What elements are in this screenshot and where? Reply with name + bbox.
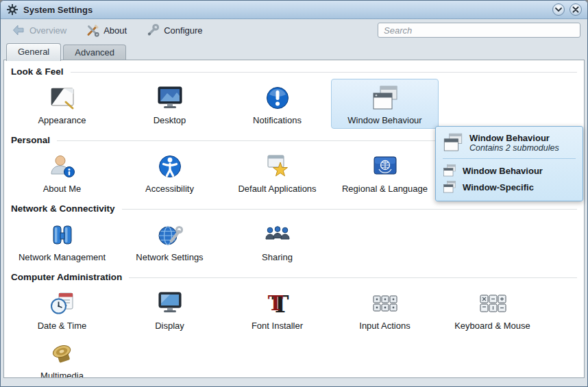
module-label: Desktop — [154, 115, 186, 125]
back-arrow-icon — [12, 23, 25, 37]
search-input[interactable] — [378, 23, 580, 38]
module-label: About Me — [43, 184, 82, 194]
tools-icon — [86, 23, 99, 37]
default-applications-icon — [264, 151, 291, 182]
about-label: About — [103, 25, 127, 36]
tooltip-subtitle: Contains 2 submodules — [469, 143, 559, 153]
appearance-icon — [49, 83, 76, 113]
accessibility-icon — [156, 151, 184, 182]
tooltip-title: Window Behaviour — [469, 133, 559, 143]
section-divider — [122, 209, 577, 210]
chevron-down-icon — [555, 7, 562, 12]
submodule-window-specific: Window-Specific — [443, 179, 576, 195]
module-label: Window Behaviour — [347, 115, 421, 125]
module-font-installer[interactable]: T T Font Installer — [223, 284, 331, 334]
wrench-icon — [146, 23, 160, 37]
tabbar: General Advanced — [1, 41, 587, 60]
window-behaviour-icon — [443, 132, 463, 153]
module-accessibility[interactable]: Accessibility — [116, 147, 223, 197]
submodule-label: Window-Specific — [463, 182, 534, 192]
module-appearance[interactable]: Appearance — [8, 79, 116, 129]
network-management-icon — [49, 220, 76, 250]
section-title: Personal — [11, 135, 50, 145]
module-notifications[interactable]: Notifications — [223, 79, 331, 129]
titlebar: System Settings — [1, 1, 587, 19]
module-label: Date & Time — [38, 321, 87, 331]
window-behaviour-icon — [443, 180, 456, 194]
window-title: System Settings — [23, 5, 93, 15]
close-icon — [572, 6, 579, 13]
module-date-time[interactable]: Date & Time — [8, 284, 116, 334]
configure-button[interactable]: Configure — [142, 21, 206, 39]
window-behaviour-icon — [443, 164, 456, 177]
module-network-settings[interactable]: Network Settings — [116, 216, 223, 266]
submodule-window-behaviour: Window Behaviour — [443, 162, 576, 179]
module-keyboard-mouse[interactable]: Keyboard & Mouse — [439, 284, 546, 334]
about-me-icon — [49, 151, 76, 182]
section-computer-administration: Computer Administration — [11, 272, 577, 282]
configure-label: Configure — [164, 25, 202, 36]
module-label: Sharing — [262, 252, 293, 262]
display-icon — [156, 288, 184, 319]
module-label: Appearance — [38, 115, 86, 125]
module-label: Accessibility — [145, 184, 194, 194]
section-title: Computer Administration — [11, 272, 122, 282]
module-display[interactable]: Display — [116, 284, 223, 334]
regional-language-icon — [371, 151, 399, 182]
multimedia-icon — [49, 338, 76, 369]
sharing-icon — [262, 220, 293, 250]
module-label: Keyboard & Mouse — [454, 321, 530, 331]
module-default-applications[interactable]: Default Applications — [223, 147, 331, 197]
keyboard-mouse-icon — [478, 288, 508, 319]
module-label: Regional & Language — [342, 184, 428, 194]
module-label: Multimedia — [40, 371, 84, 378]
font-installer-icon: T T — [264, 288, 291, 319]
network-settings-icon — [156, 220, 184, 250]
date-time-icon — [49, 288, 76, 319]
shade-button[interactable] — [552, 3, 565, 16]
module-label: Notifications — [253, 115, 302, 125]
module-multimedia[interactable]: Multimedia — [8, 334, 116, 378]
submodule-label: Window Behaviour — [463, 166, 543, 176]
module-label: Default Applications — [238, 184, 316, 194]
section-divider — [71, 72, 577, 73]
section-title: Network & Connectivity — [11, 203, 115, 214]
module-network-management[interactable]: Network Management — [8, 216, 116, 266]
module-label: Input Actions — [359, 321, 410, 331]
module-sharing[interactable]: Sharing — [223, 216, 331, 266]
section-network-connectivity: Network & Connectivity — [11, 203, 577, 214]
section-title: Look & Feel — [11, 66, 64, 77]
section-look-and-feel: Look & Feel — [11, 66, 577, 77]
tab-general[interactable]: General — [6, 43, 61, 61]
module-label: Network Settings — [136, 252, 203, 262]
module-window-behaviour[interactable]: Window Behaviour — [331, 79, 439, 129]
tab-advanced[interactable]: Advanced — [63, 45, 126, 61]
notifications-icon — [264, 83, 291, 113]
input-actions-icon — [370, 288, 400, 319]
kde-gear-icon[interactable] — [6, 3, 19, 16]
overview-label: Overview — [29, 25, 66, 36]
section-divider — [129, 277, 577, 278]
module-regional-language[interactable]: Regional & Language — [331, 147, 439, 197]
module-desktop[interactable]: Desktop — [116, 79, 223, 129]
toolbar: Overview About Configure — [1, 19, 587, 41]
module-input-actions[interactable]: Input Actions — [331, 284, 439, 334]
module-label: Display — [155, 321, 184, 331]
overview-button[interactable]: Overview — [8, 21, 71, 39]
window-behaviour-icon — [371, 83, 399, 113]
module-label: Network Management — [19, 252, 106, 262]
module-about-me[interactable]: About Me — [8, 147, 116, 197]
about-button[interactable]: About — [82, 21, 131, 39]
module-grid: Look & Feel Appearance — [3, 60, 585, 378]
module-label: Font Installer — [252, 321, 303, 331]
svg-text:T: T — [267, 291, 283, 315]
system-settings-window: System Settings Overview About — [0, 0, 588, 387]
window-behaviour-tooltip: Window Behaviour Contains 2 submodules W… — [435, 126, 583, 201]
close-button[interactable] — [569, 3, 582, 16]
desktop-icon — [156, 83, 184, 113]
tooltip-divider — [443, 158, 576, 159]
